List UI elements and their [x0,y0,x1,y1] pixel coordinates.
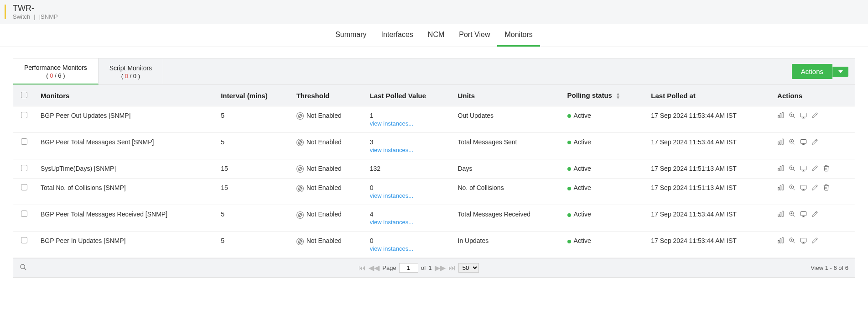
next-page-button[interactable]: ▶▶ [435,263,446,272]
zoom-icon[interactable] [789,211,795,217]
actions-dropdown-toggle[interactable] [832,67,848,77]
status-dot-icon [567,141,571,144]
page-input[interactable] [399,263,418,273]
subtab-label: Script Monitors [109,64,152,72]
search-icon[interactable] [20,265,27,272]
view-instances-link[interactable]: view instances... [370,147,447,153]
view-instances-link[interactable]: view instances... [370,120,447,127]
chart-icon[interactable] [777,237,784,244]
table-row: BGP Peer In Updates [SNMP] 5 Not Enabled… [13,232,855,258]
edit-icon[interactable] [811,112,818,119]
monitor-name: BGP Peer Total Messages Received [SNMP] [35,205,215,232]
row-checkbox[interactable] [21,211,27,217]
threshold-cell: Not Enabled [291,179,364,205]
monitor-name: BGP Peer Total Messages Sent [SNMP] [35,133,215,159]
monitor-icon[interactable] [800,211,807,217]
status-dot-icon [567,213,571,217]
chart-icon[interactable] [777,184,784,191]
monitor-icon[interactable] [800,237,807,244]
row-actions [777,211,849,217]
device-name: TWR- [13,4,859,13]
table-row: BGP Peer Total Messages Sent [SNMP] 5 No… [13,133,855,159]
last-page-button[interactable]: ⏭ [448,264,456,272]
units-value: In Updates [452,232,562,258]
monitors-table: Monitors Interval (mins) Threshold Last … [13,85,855,258]
zoom-icon[interactable] [789,138,795,145]
polled-value: 3 [370,138,447,146]
col-interval[interactable]: Interval (mins) [215,85,291,106]
actions-button-group: Actions [785,59,855,84]
row-checkbox[interactable] [21,138,27,145]
col-units[interactable]: Units [452,85,562,106]
edit-icon[interactable] [811,211,818,217]
pager: ⏮ ◀◀ Page of 1 ▶▶ ⏭ 50 View 1 - 6 of 6 [13,258,855,278]
col-monitors[interactable]: Monitors [35,85,215,106]
chart-icon[interactable] [777,112,784,119]
threshold-cell: Not Enabled [291,159,364,179]
monitor-icon[interactable] [800,184,807,191]
zoom-icon[interactable] [789,237,795,244]
polled-at: 17 Sep 2024 11:53:44 AM IST [645,133,772,159]
monitor-name: Total No. of Collisions [SNMP] [35,179,215,205]
chart-icon[interactable] [777,211,784,217]
not-enabled-icon [296,139,304,146]
units-value: Total Messages Sent [452,133,562,159]
tab-interfaces[interactable]: Interfaces [374,24,421,47]
select-all-checkbox[interactable] [21,92,27,98]
tab-ncm[interactable]: NCM [421,24,452,47]
col-threshold[interactable]: Threshold [291,85,364,106]
subtab-performance-monitors[interactable]: Performance Monitors ( 0 / 6 ) [13,58,99,84]
zoom-icon[interactable] [789,184,795,191]
not-enabled-icon [296,238,304,245]
device-type: Switch [13,13,30,20]
chart-icon[interactable] [777,165,784,172]
polled-value: 1 [370,112,447,119]
monitor-icon[interactable] [800,165,807,172]
view-instances-link[interactable]: view instances... [370,219,447,226]
actions-button[interactable]: Actions [792,64,832,79]
chart-icon[interactable] [777,138,784,145]
threshold-cell: Not Enabled [291,232,364,258]
subtab-script-monitors[interactable]: Script Monitors ( 0 / 0 ) [99,59,163,84]
row-checkbox[interactable] [21,112,27,118]
row-checkbox[interactable] [21,184,27,190]
device-protocol: SNMP [41,13,58,20]
tab-port-view[interactable]: Port View [452,24,497,47]
col-last-polled-at[interactable]: Last Polled at [645,85,772,106]
zoom-icon[interactable] [789,112,795,119]
monitor-icon[interactable] [800,112,807,119]
edit-icon[interactable] [811,138,818,145]
svg-line-1 [24,268,26,270]
status-dot-icon [567,187,571,190]
not-enabled-icon [296,165,304,173]
prev-page-button[interactable]: ◀◀ [369,263,379,272]
edit-icon[interactable] [811,165,818,172]
first-page-button[interactable]: ⏮ [359,264,366,272]
delete-icon[interactable] [823,184,830,191]
polling-status: Active [562,179,646,205]
zoom-icon[interactable] [789,165,795,172]
table-row: BGP Peer Out Updates [SNMP] 5 Not Enable… [13,106,855,133]
status-dot-icon [567,167,571,171]
svg-point-0 [21,264,25,269]
not-enabled-icon [296,211,304,219]
row-checkbox[interactable] [21,237,27,243]
interval-value: 5 [215,205,291,232]
col-last-polled-value[interactable]: Last Polled Value [364,85,452,106]
view-instances-link[interactable]: view instances... [370,245,447,252]
col-polling-status[interactable]: Polling status ▲▼ [562,85,646,106]
main-nav: Summary Interfaces NCM Port View Monitor… [0,24,868,47]
device-header: TWR- Switch||SNMP [0,0,868,24]
col-actions: Actions [772,85,855,106]
edit-icon[interactable] [811,237,818,244]
row-checkbox[interactable] [21,165,27,171]
page-size-select[interactable]: 50 [458,263,479,273]
tab-summary[interactable]: Summary [328,24,374,47]
tab-monitors[interactable]: Monitors [497,24,540,47]
row-actions [777,165,849,172]
monitor-icon[interactable] [800,138,807,145]
edit-icon[interactable] [811,184,818,191]
view-instances-link[interactable]: view instances... [370,192,447,199]
delete-icon[interactable] [823,165,830,172]
subtab-count: ( 0 / 6 ) [24,72,87,79]
